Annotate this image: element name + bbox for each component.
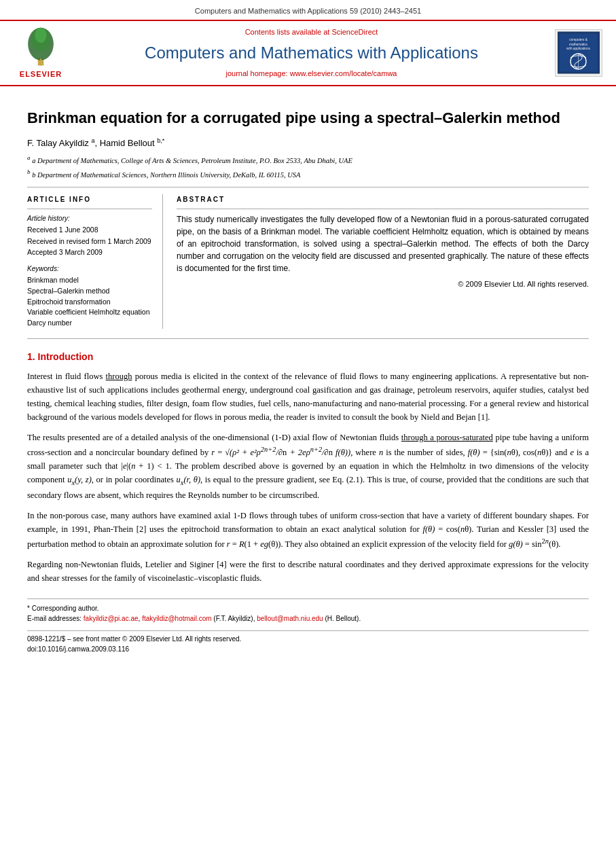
article-info-abstract: ARTICLE INFO Article history: Received 1… xyxy=(27,194,589,329)
article-info-column: ARTICLE INFO Article history: Received 1… xyxy=(27,194,163,329)
svg-text:mathematics: mathematics xyxy=(569,43,588,46)
svg-text:with applications: with applications xyxy=(566,47,590,50)
received-date: Received 1 June 2008 xyxy=(27,225,152,236)
intro-para-1: Interest in fluid flows through porous m… xyxy=(27,370,589,424)
abstract-label: ABSTRACT xyxy=(177,194,589,204)
bottom-bar: 0898-1221/$ – see front matter © 2009 El… xyxy=(27,630,589,654)
email-footnote: E-mail addresses: fakyildiz@pi.ac.ae, ft… xyxy=(27,613,589,624)
elsevier-brand-text: ELSEVIER xyxy=(20,69,62,80)
journal-center: Contents lists available at ScienceDirec… xyxy=(75,26,548,79)
keyword-4: Variable coefficient Helmholtz equation xyxy=(27,307,152,318)
intro-para-3: In the non-porous case, many authors hav… xyxy=(27,509,589,551)
issn-line: 0898-1221/$ – see front matter © 2009 El… xyxy=(27,634,589,644)
elsevier-logo: ELSEVIER xyxy=(14,26,68,80)
article-body: Brinkman equation for a corrugated pipe … xyxy=(0,86,616,668)
authors-line: F. Talay Akyildiz a, Hamid Bellout b,* xyxy=(27,137,589,150)
intro-para-4: Regarding non-Newtonian fluids, Letelier… xyxy=(27,558,589,585)
revised-date: Received in revised form 1 March 2009 xyxy=(27,236,152,247)
article-title: Brinkman equation for a corrugated pipe … xyxy=(27,109,589,128)
abstract-text: This study numerically investigates the … xyxy=(177,213,589,274)
journal-thumbnail: computers & mathematics with application… xyxy=(555,29,602,77)
svg-text:computers &: computers & xyxy=(569,38,587,41)
keyword-2: Spectral–Galerkin method xyxy=(27,286,152,297)
journal-header: ELSEVIER Contents lists available at Sci… xyxy=(0,20,616,87)
journal-title: Computers and Mathematics with Applicati… xyxy=(75,41,548,65)
sciencedirect-label: Contents lists available at ScienceDirec… xyxy=(75,26,548,38)
affiliation-b: b b Department of Mathematical Sciences,… xyxy=(27,168,589,180)
journal-homepage: journal homepage: www.elsevier.com/locat… xyxy=(75,68,548,79)
article-info-label: ARTICLE INFO xyxy=(27,194,152,204)
accepted-date: Accepted 3 March 2009 xyxy=(27,247,152,258)
abstract-column: ABSTRACT This study numerically investig… xyxy=(177,194,589,329)
page: Computers and Mathematics with Applicati… xyxy=(0,0,616,841)
corresponding-author-note: * Corresponding author. xyxy=(27,603,589,613)
doi-line: doi:10.1016/j.camwa.2009.03.116 xyxy=(27,644,589,654)
keyword-1: Brinkman model xyxy=(27,275,152,286)
svg-point-3 xyxy=(35,27,46,42)
intro-para-2: The results presented are of a detailed … xyxy=(27,431,589,502)
journal-reference: Computers and Mathematics with Applicati… xyxy=(0,0,616,20)
journal-cover-icon: computers & mathematics with application… xyxy=(558,31,600,75)
copyright-notice: © 2009 Elsevier Ltd. All rights reserved… xyxy=(177,279,589,290)
intro-heading: 1. Introduction xyxy=(27,350,589,364)
keyword-5: Darcy number xyxy=(27,318,152,329)
footnote-section: * Corresponding author. E-mail addresses… xyxy=(27,598,589,624)
divider-abstract-body xyxy=(27,338,589,339)
elsevier-tree-icon xyxy=(20,26,61,67)
article-dates: Received 1 June 2008 Received in revised… xyxy=(27,225,152,258)
keyword-3: Epitrochoid transformation xyxy=(27,297,152,308)
keywords-label: Keywords: xyxy=(27,264,152,274)
affiliation-a: a a Department of Mathematics, College o… xyxy=(27,154,589,166)
history-label: Article history: xyxy=(27,213,152,223)
divider-affiliations xyxy=(27,187,589,187)
